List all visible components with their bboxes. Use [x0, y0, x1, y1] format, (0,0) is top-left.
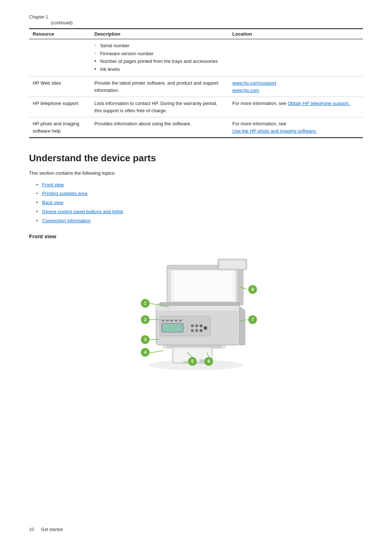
printing-supplies-link[interactable]: Printing supplies area [42, 191, 87, 196]
printer-svg [120, 245, 272, 376]
location-cell-2: www.hp.com/support www.hp.com [229, 77, 363, 97]
resource-cell-2: HP Web sites [29, 77, 91, 97]
description-cell-4: Provides information about using the sof… [91, 117, 229, 138]
location-pre-4: For more information, see [232, 121, 286, 126]
svg-rect-11 [166, 320, 169, 321]
printer-diagram: 1 2 3 4 5 6 7 8 [120, 245, 272, 376]
svg-rect-14 [179, 320, 182, 321]
resource-table: Resource Description Location Serial num… [29, 28, 363, 138]
topic-back-view: Back view [36, 199, 363, 207]
col-header-location: Location [229, 29, 363, 39]
list-item: Serial number [94, 42, 225, 49]
description-cell-1: Serial number Firmware version number Nu… [91, 39, 229, 77]
location-cell-3: For more information, see Obtain HP tele… [229, 97, 363, 117]
page-footer: 10 Get started [29, 527, 363, 532]
svg-rect-12 [170, 320, 173, 321]
chapter-label: Chapter 1 [29, 15, 363, 20]
svg-line-35 [150, 350, 163, 353]
svg-point-22 [200, 329, 203, 332]
list-item: Firmware version number [94, 50, 225, 57]
description-cell-2: Provide the latest printer software, and… [91, 77, 229, 97]
location-pre-3: For more information, see [232, 101, 287, 106]
table-row: HP telephone support Lists information t… [29, 97, 363, 117]
svg-rect-29 [220, 260, 245, 268]
svg-point-21 [195, 329, 198, 332]
topic-printing-supplies: Printing supplies area [36, 190, 363, 198]
telephone-support-link[interactable]: Obtain HP telephone support. [287, 101, 350, 106]
table-row: Serial number Firmware version number Nu… [29, 39, 363, 77]
back-view-link[interactable]: Back view [42, 200, 64, 205]
list-item: Number of pages printed from the trays a… [94, 58, 225, 65]
table-row: HP Web sites Provide the latest printer … [29, 77, 363, 97]
subsection-heading-front-view: Front view [29, 233, 363, 239]
footer-label: Get started [41, 527, 62, 532]
svg-point-23 [204, 326, 207, 330]
topics-list: Front view Printing supplies area Back v… [36, 181, 363, 225]
location-cell-1 [229, 39, 363, 77]
svg-point-19 [200, 324, 203, 327]
section-intro: This section contains the following topi… [29, 170, 363, 177]
list-item: Ink levels [94, 66, 225, 73]
connection-info-link[interactable]: Connection information [42, 218, 91, 223]
svg-rect-16 [163, 324, 182, 332]
page-number: 10 [29, 527, 34, 532]
location-cell-4: For more information, see Use the HP pho… [229, 117, 363, 138]
col-header-description: Description [91, 29, 229, 39]
resource-cell-1 [29, 39, 91, 77]
svg-point-18 [195, 324, 198, 327]
topic-control-panel: Device control panel buttons and lights [36, 208, 363, 216]
svg-rect-30 [174, 271, 232, 300]
hp-com-link[interactable]: www.hp.com [232, 88, 259, 93]
svg-rect-13 [175, 320, 177, 321]
section-heading: Understand the device parts [29, 153, 363, 164]
photo-software-link[interactable]: Use the HP photo and imaging software. [232, 128, 317, 134]
front-view-link[interactable]: Front view [42, 182, 64, 187]
description-cell-3: Lists information to contact HP. During … [91, 97, 229, 117]
table-row: HP photo and imaging software help Provi… [29, 117, 363, 138]
control-panel-link[interactable]: Device control panel buttons and lights [42, 209, 123, 214]
svg-rect-10 [162, 320, 164, 321]
svg-rect-26 [238, 267, 243, 305]
topic-connection-info: Connection information [36, 217, 363, 225]
topic-front-view: Front view [36, 181, 363, 189]
continued-label: (continued) [29, 20, 363, 25]
resource-cell-3: HP telephone support [29, 97, 91, 117]
svg-point-17 [191, 324, 194, 327]
resource-cell-4: HP photo and imaging software help [29, 117, 91, 138]
hp-support-link[interactable]: www.hp.com/support [232, 80, 276, 86]
svg-point-20 [191, 329, 194, 332]
svg-rect-31 [160, 303, 240, 305]
col-header-resource: Resource [29, 29, 91, 39]
